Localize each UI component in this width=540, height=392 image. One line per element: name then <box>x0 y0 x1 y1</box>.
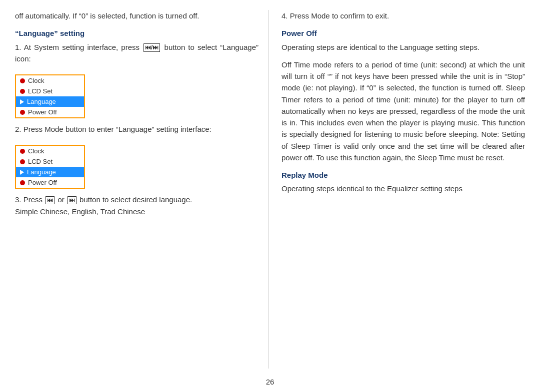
intro-text-block: off automatically. If “0” is selected, f… <box>15 10 258 21</box>
menu2-item-poweroff: Power Off <box>16 177 84 188</box>
menu1-item-poweroff: Power Off <box>16 107 84 117</box>
power-off-block: Power Off Operating steps are identical … <box>282 27 525 53</box>
menu2-clock-dot <box>20 149 25 154</box>
replay-mode-text: Operating steps identical to the Equaliz… <box>282 183 525 194</box>
prev-next-icon: ⏮/⏭ <box>144 43 160 51</box>
menu2-lcdset-label: LCD Set <box>28 158 52 165</box>
step4-text: 4. Press Mode to confirm to exit. <box>282 10 525 21</box>
menu1-poweroff-dot <box>20 110 25 115</box>
power-off-text: Operating steps are identical to the Lan… <box>282 41 525 53</box>
step3-languages: Simple Chinese, English, Trad Chinese <box>15 206 258 217</box>
intro-text: off automatically. If “0” is selected, f… <box>15 10 258 21</box>
language-section: “Language” setting 1. At System setting … <box>15 27 258 64</box>
step3-or: or <box>58 195 64 204</box>
step3-text: 3. Press ⏮ or ⏭ button to select desired… <box>15 194 258 205</box>
menu2-poweroff-label: Power Off <box>28 179 57 186</box>
step3-block: 3. Press ⏮ or ⏭ button to select desired… <box>15 194 258 217</box>
menu2-item-clock: Clock <box>16 146 84 156</box>
step1-text: 1. At System setting interface, press ⏮/… <box>15 41 258 65</box>
page-footer: 26 <box>0 374 540 392</box>
off-time-text: Off Time mode refers to a period of time… <box>282 59 525 163</box>
menu-box-1: Clock LCD Set Language Power Off <box>15 74 85 118</box>
off-time-block: Off Time mode refers to a period of time… <box>282 59 525 163</box>
menu1-language-label: Language <box>27 98 56 105</box>
step2-block: 2. Press Mode button to enter “Language”… <box>15 123 258 135</box>
page-container: off automatically. If “0” is selected, f… <box>0 0 540 392</box>
menu1-item-lcdset: LCD Set <box>16 86 84 96</box>
content-area: off automatically. If “0” is selected, f… <box>0 0 540 374</box>
next-icon: ⏭ <box>68 196 76 204</box>
right-column: 4. Press Mode to confirm to exit. Power … <box>269 10 525 369</box>
menu1-item-language: Language <box>16 96 84 107</box>
menu2-item-language: Language <box>16 167 84 177</box>
step1-prefix: 1. At System setting interface, press <box>15 43 140 51</box>
step3-prefix: 3. Press <box>15 195 42 204</box>
prev-icon: ⏮ <box>46 196 54 204</box>
step4-block: 4. Press Mode to confirm to exit. <box>282 10 525 21</box>
menu2-language-label: Language <box>27 168 56 176</box>
menu2-poweroff-dot <box>20 180 25 185</box>
left-column: off automatically. If “0” is selected, f… <box>15 10 269 369</box>
page-number: 26 <box>266 378 274 386</box>
menu1-item-clock: Clock <box>16 75 84 86</box>
replay-mode-heading: Replay Mode <box>282 169 525 181</box>
power-off-heading: Power Off <box>282 27 525 39</box>
menu2-clock-label: Clock <box>28 147 44 155</box>
menu1-language-arrow <box>20 99 24 104</box>
menu2-item-lcdset: LCD Set <box>16 156 84 167</box>
menu1-poweroff-label: Power Off <box>28 108 57 116</box>
menu-box-2: Clock LCD Set Language Power Off <box>15 145 85 189</box>
menu2-lcdset-dot <box>20 159 25 164</box>
menu1-clock-dot <box>20 78 25 83</box>
step2-text: 2. Press Mode button to enter “Language”… <box>15 123 258 135</box>
menu2-language-arrow <box>20 170 24 175</box>
menu1-clock-label: Clock <box>28 77 44 84</box>
step3-suffix: button to select desired language. <box>80 195 192 204</box>
language-heading: “Language” setting <box>15 27 258 39</box>
menu1-lcdset-label: LCD Set <box>28 87 52 95</box>
replay-mode-block: Replay Mode Operating steps identical to… <box>282 169 525 195</box>
menu1-lcdset-dot <box>20 89 25 94</box>
